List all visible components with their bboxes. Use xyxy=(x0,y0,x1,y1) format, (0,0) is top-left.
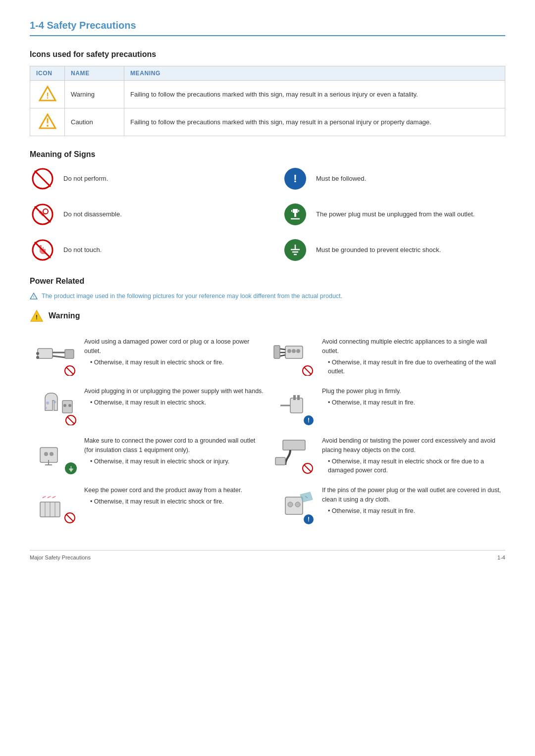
power-content-heater: Keep the power cord and the product away… xyxy=(84,486,264,506)
power-item-plug-firmly: ! Plug the power plug in firmly. Otherwi… xyxy=(268,382,505,431)
svg-text:⏚: ⏚ xyxy=(69,464,73,472)
power-main-damaged-cord: Avoid using a damaged power cord or plug… xyxy=(84,337,264,356)
svg-line-31 xyxy=(66,367,73,374)
power-img-plug-firmly: ! xyxy=(271,387,316,426)
svg-rect-50 xyxy=(290,398,303,413)
warning-triangle-icon: ! xyxy=(39,86,56,101)
sign-item-no-disassemble: Do not disassemble. xyxy=(30,202,253,227)
notice-icon: ! xyxy=(30,293,38,300)
sign-text-must-follow: Must be followed. xyxy=(316,174,366,183)
power-item-multiple-appliances: Avoid connecting multiple electric appli… xyxy=(268,332,505,382)
svg-point-57 xyxy=(50,452,54,456)
svg-point-73 xyxy=(288,502,293,507)
svg-rect-24 xyxy=(38,349,53,358)
caution-icon-cell xyxy=(30,108,65,136)
svg-text:!: ! xyxy=(308,516,310,523)
power-main-bending-cord: Avoid bending or twisting the power cord… xyxy=(322,436,501,455)
svg-point-34 xyxy=(292,349,296,353)
footer-right: 1-4 xyxy=(497,554,505,560)
power-item-bending-cord: Avoid bending or twisting the power cord… xyxy=(268,431,505,481)
power-content-grounded: Make sure to connect the power cord to a… xyxy=(84,436,264,466)
svg-rect-52 xyxy=(297,395,300,400)
sign-text-no-disassemble: Do not disassemble. xyxy=(63,210,122,219)
svg-text:!: ! xyxy=(46,91,49,101)
svg-text:!: ! xyxy=(36,313,38,321)
warning-title: ! Warning xyxy=(30,309,505,322)
svg-line-6 xyxy=(35,171,51,187)
table-header-name: NAME xyxy=(65,66,124,81)
warning-meaning-cell: Failing to follow the precautions marked… xyxy=(124,81,505,108)
power-img-multiple-appliances xyxy=(271,337,316,377)
svg-point-29 xyxy=(36,356,39,359)
power-item-dust: ! If the pins of the power plug or the w… xyxy=(268,481,505,530)
power-bullet-bending-cord: Otherwise, it may result in electric sho… xyxy=(322,457,501,476)
svg-line-41 xyxy=(304,367,311,374)
power-main-heater: Keep the power cord and the product away… xyxy=(84,486,264,495)
power-main-grounded: Make sure to connect the power cord to a… xyxy=(84,436,264,455)
svg-point-74 xyxy=(295,502,300,507)
svg-point-9 xyxy=(43,209,48,214)
power-main-plug-firmly: Plug the power plug in firmly. xyxy=(322,387,501,396)
sign-text-unplug: The power plug must be unplugged from th… xyxy=(316,210,475,219)
warning-name-cell: Warning xyxy=(65,81,124,108)
no-touch-icon xyxy=(30,237,55,263)
svg-rect-27 xyxy=(65,350,74,358)
power-img-grounded: ⏚ xyxy=(34,436,78,476)
footer-left: Major Safety Precautions xyxy=(30,554,91,560)
must-follow-circle: ! xyxy=(284,168,306,190)
power-img-wet-hands xyxy=(34,387,78,426)
svg-point-28 xyxy=(36,352,39,355)
page-footer: Major Safety Precautions 1-4 xyxy=(30,550,505,560)
must-follow-icon: ! xyxy=(282,166,308,192)
power-item-grounded: ⏚ Make sure to connect the power cord to… xyxy=(30,431,268,481)
table-row: Caution Failing to follow the precaution… xyxy=(30,108,505,136)
power-content-dust: If the pins of the power plug or the wal… xyxy=(322,486,501,515)
power-img-damaged-cord xyxy=(34,337,78,377)
power-section-heading: Power Related xyxy=(30,277,505,286)
svg-rect-11 xyxy=(294,213,296,217)
power-img-dust: ! xyxy=(271,486,316,525)
power-item-heater: Keep the power cord and the product away… xyxy=(30,481,268,530)
no-disassemble-icon xyxy=(30,202,55,227)
power-bullet-heater: Otherwise, it may result in electric sho… xyxy=(84,497,264,506)
svg-text:!: ! xyxy=(308,417,310,424)
svg-line-65 xyxy=(304,465,311,472)
warning-label: Warning xyxy=(49,311,80,320)
svg-point-47 xyxy=(68,404,71,407)
unplug-circle xyxy=(284,203,306,225)
svg-point-56 xyxy=(44,452,48,456)
notice-box: ! The product image used in the followin… xyxy=(30,293,505,300)
sign-text-no-touch: Do not touch. xyxy=(63,246,102,254)
table-row: ! Warning Failing to follow the precauti… xyxy=(30,81,505,108)
svg-rect-62 xyxy=(283,440,305,450)
power-main-multiple-appliances: Avoid connecting multiple electric appli… xyxy=(322,337,501,356)
power-main-wet-hands: Avoid plugging in or unplugging the powe… xyxy=(84,387,264,396)
caution-name-cell: Caution xyxy=(65,108,124,136)
power-content-damaged-cord: Avoid using a damaged power cord or plug… xyxy=(84,337,264,367)
svg-point-44 xyxy=(45,407,47,409)
power-bullet-plug-firmly: Otherwise, it may result in fire. xyxy=(322,398,501,407)
no-perform-icon xyxy=(30,166,55,192)
power-item-damaged-cord: Avoid using a damaged power cord or plug… xyxy=(30,332,268,382)
power-img-bending-cord xyxy=(271,436,316,476)
power-content-plug-firmly: Plug the power plug in firmly. Otherwise… xyxy=(322,387,501,407)
table-header-meaning: MEANING xyxy=(124,66,505,81)
ground-icon xyxy=(282,237,308,263)
caution-meaning-cell: Failing to follow the precautions marked… xyxy=(124,108,505,136)
svg-point-42 xyxy=(46,402,49,404)
power-content-bending-cord: Avoid bending or twisting the power cord… xyxy=(322,436,501,475)
power-content-multiple-appliances: Avoid connecting multiple electric appli… xyxy=(322,337,501,376)
warning-title-icon: ! xyxy=(30,309,44,322)
svg-point-33 xyxy=(287,349,291,353)
svg-rect-45 xyxy=(62,401,72,413)
sign-item-unplug: The power plug must be unplugged from th… xyxy=(282,202,505,227)
power-bullet-damaged-cord: Otherwise, it may result in electric sho… xyxy=(84,358,264,367)
signs-grid: Do not perform. ! Must be followed. Do n… xyxy=(30,166,505,263)
sign-text-ground: Must be grounded to prevent electric sho… xyxy=(316,246,441,254)
unplug-icon xyxy=(282,202,308,227)
signs-section-heading: Meaning of Signs xyxy=(30,150,505,159)
warning-icon-cell: ! xyxy=(30,81,65,108)
power-img-heater xyxy=(34,486,78,525)
sign-item-no-touch: Do not touch. xyxy=(30,237,253,263)
sign-text-no-perform: Do not perform. xyxy=(63,174,108,183)
